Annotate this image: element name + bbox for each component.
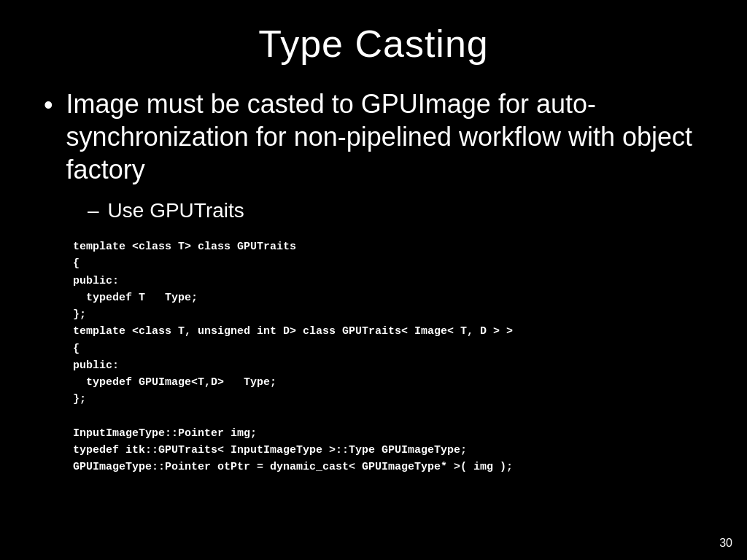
page-number: 30	[719, 537, 732, 550]
sub-bullet-dash: –	[88, 199, 99, 222]
content-area: • Image must be casted to GPUImage for a…	[44, 88, 703, 531]
sub-bullet-text: Use GPUTraits	[108, 199, 244, 222]
slide-container: Type Casting • Image must be casted to G…	[0, 0, 747, 560]
bullet-dot: •	[44, 89, 53, 120]
bullet-item: • Image must be casted to GPUImage for a…	[44, 88, 703, 186]
slide-title: Type Casting	[44, 22, 703, 66]
sub-bullet-item: – Use GPUTraits	[88, 199, 703, 222]
code-block: template <class T> class GPUTraits { pub…	[73, 238, 703, 476]
bullet-text: Image must be casted to GPUImage for aut…	[66, 88, 703, 186]
